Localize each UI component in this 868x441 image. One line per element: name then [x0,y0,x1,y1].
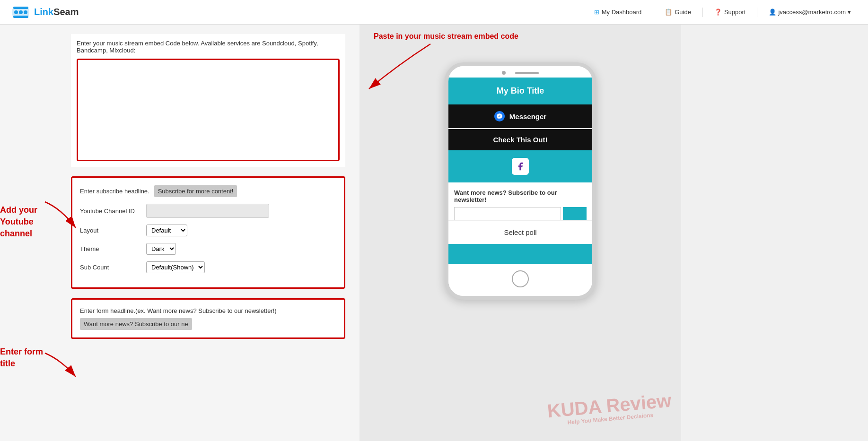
left-content: Enter your music stream embed Code below… [14,34,345,339]
embed-textarea-wrapper [77,59,340,161]
nav-divider-2 [702,8,703,17]
phone-mockup: My Bio Title Messenger Check This Out! [445,62,596,300]
phone-speaker [515,72,539,74]
left-panel: Enter your music stream embed Code below… [0,25,359,441]
phone-facebook-section [448,150,592,182]
logo-icon [11,5,30,20]
facebook-icon [512,158,529,175]
paste-annotation: Paste in your music stream embed code [374,32,518,41]
support-icon: ❓ [714,9,722,16]
paste-label: Paste in your music stream embed code [374,32,518,40]
guide-label: Guide [675,9,691,16]
dashboard-icon: ⊞ [594,9,599,16]
phone-check-btn: Check This Out! [448,129,592,150]
phone-subscribe-text: Want more news? Subscribe to our newslet… [454,189,587,203]
phone-bio-title: My Bio Title [448,78,592,104]
phone-bottom-area [448,264,592,296]
nav-user[interactable]: 👤 jvaccess@marketro.com ▾ [763,6,857,18]
messenger-icon [494,111,505,121]
add-youtube-arrow [43,199,80,237]
subscribe-headline-label: Enter subscribe headline. [80,188,149,195]
phone-select-poll: Select poll [448,220,592,244]
phone-subscribe-section: Want more news? Subscribe to our newslet… [448,182,592,220]
subscribe-headline-row: Enter subscribe headline. Subscribe for … [80,185,336,197]
guide-icon: 📋 [665,9,672,16]
phone-bottom-bar [448,244,592,264]
layout-select[interactable]: Default Compact [146,225,187,236]
enter-form-annotation: Enter formtitle [0,346,52,370]
svg-point-3 [14,10,18,14]
youtube-section: Enter subscribe headline. Subscribe for … [71,176,345,289]
embed-textarea[interactable] [80,62,336,156]
phone-sub-btn [563,207,587,220]
nav-divider-1 [653,8,653,17]
phone-top-bar [448,66,592,78]
paste-arrow [359,42,454,98]
form-section-desc: Enter form headline.(ex. Want more news?… [80,307,336,314]
theme-select[interactable]: Dark Light [146,243,176,255]
music-section-desc: Enter your music stream embed Code below… [77,40,340,54]
theme-label: Theme [80,245,141,252]
phone-camera [502,71,506,75]
right-panel: Paste in your music stream embed code My… [359,25,681,441]
layout-label: Layout [80,227,141,234]
subcount-select[interactable]: Default(Shown) Hidden [146,261,205,273]
user-email: jvaccess@marketro.com [778,9,846,16]
phone-email-row [454,207,587,220]
kuda-watermark: KUDA Review Help You Make Better Decisio… [546,389,673,427]
user-icon: 👤 [769,9,776,16]
logo-seam-text: Seam [53,7,79,17]
svg-rect-2 [13,16,28,18]
phone-home-btn [512,270,529,287]
main-layout: Enter your music stream embed Code below… [0,25,868,441]
logo-area: LinkSeam [11,5,588,20]
nav-support[interactable]: ❓ Support [709,6,752,18]
youtube-channel-input[interactable] [146,204,269,218]
enter-form-arrow [43,351,80,384]
theme-row: Theme Dark Light [80,243,336,255]
youtube-channel-label: Youtube Channel ID [80,208,141,215]
form-section: Enter form headline.(ex. Want more news?… [71,298,345,339]
svg-rect-1 [13,7,28,9]
nav-guide[interactable]: 📋 Guide [659,6,697,18]
phone-email-input [454,207,561,220]
music-section: Enter your music stream embed Code below… [71,34,345,167]
logo-text: LinkSeam [34,7,79,17]
support-label: Support [724,9,746,16]
dashboard-label: My Dashboard [602,9,642,16]
subscribe-headline-value: Subscribe for more content! [154,185,237,197]
youtube-channel-row: Youtube Channel ID [80,204,336,218]
phone-messenger-btn: Messenger [448,104,592,128]
add-youtube-annotation: Add yourYoutubechannel [0,204,52,240]
logo-link-text: Link [34,7,53,17]
chevron-down-icon: ▾ [848,9,851,16]
messenger-label: Messenger [509,112,546,121]
phone-content: My Bio Title Messenger Check This Out! [448,78,592,264]
subcount-label: Sub Count [80,264,141,271]
nav-items: ⊞ My Dashboard 📋 Guide ❓ Support 👤 jvacc… [588,6,857,18]
layout-row: Layout Default Compact [80,225,336,236]
nav-divider-3 [757,8,757,17]
svg-point-5 [24,10,27,14]
subcount-row: Sub Count Default(Shown) Hidden [80,261,336,273]
svg-point-4 [19,10,23,14]
nav-dashboard[interactable]: ⊞ My Dashboard [588,6,648,18]
form-section-value: Want more news? Subscribe to our ne [80,318,192,330]
header: LinkSeam ⊞ My Dashboard 📋 Guide ❓ Suppor… [0,0,868,25]
